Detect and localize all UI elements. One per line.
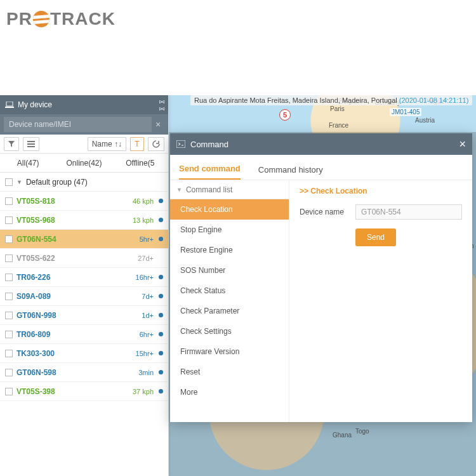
- device-row[interactable]: S09A-0897d+: [0, 287, 168, 306]
- status-dot-icon: [159, 237, 163, 241]
- device-row[interactable]: VT05S-96813 kph: [0, 211, 168, 230]
- device-row[interactable]: TR06-22616hr+: [0, 268, 168, 287]
- map-place-label: Austria: [415, 117, 435, 124]
- group-row[interactable]: ▼ Default group (47): [0, 173, 168, 192]
- laptop-icon: [5, 102, 14, 108]
- device-name: GT06N-598: [17, 368, 135, 377]
- device-row[interactable]: VT05S-39837 kph: [0, 382, 168, 401]
- device-status: 3min: [138, 369, 154, 376]
- device-status: 6hr+: [140, 331, 154, 338]
- command-item[interactable]: Check Location: [170, 199, 289, 220]
- modal-title: Command: [190, 140, 228, 149]
- device-name: VT05S-398: [17, 387, 129, 396]
- device-row[interactable]: TR06-8096hr+: [0, 325, 168, 344]
- status-dot-icon: [159, 313, 163, 317]
- command-list-header[interactable]: ▼ Command list: [170, 180, 289, 199]
- device-status: 15hr+: [136, 350, 154, 357]
- map-device-pin[interactable]: JM01-405: [390, 108, 421, 116]
- device-row[interactable]: VT05S-81846 kph: [0, 192, 168, 211]
- modal-tabs: Send command Command history: [170, 155, 472, 180]
- panel-title: My device: [18, 100, 52, 109]
- device-checkbox[interactable]: [5, 235, 13, 243]
- device-name: VT05S-622: [17, 254, 134, 263]
- status-dot-icon: [159, 218, 163, 222]
- device-row[interactable]: GT06N-5983min: [0, 363, 168, 382]
- command-item[interactable]: Firmware Version: [170, 341, 289, 362]
- device-status: 1d+: [142, 312, 154, 319]
- device-checkbox[interactable]: [5, 216, 13, 224]
- tab-offline[interactable]: Offline(5: [112, 154, 168, 172]
- command-item[interactable]: SOS Number: [170, 260, 289, 281]
- device-checkbox[interactable]: [5, 331, 13, 338]
- device-name: S09A-089: [17, 292, 138, 301]
- toolbar: Name ↑↓ T: [0, 135, 168, 154]
- tab-all[interactable]: All(47): [0, 154, 56, 172]
- tab-command-history[interactable]: Command history: [258, 165, 323, 180]
- device-checkbox[interactable]: [5, 350, 13, 357]
- panel-header: My device ▹◃▹◃: [0, 95, 168, 114]
- device-checkbox[interactable]: [5, 197, 13, 205]
- device-name-input[interactable]: [355, 204, 462, 220]
- command-item[interactable]: Check Parameter: [170, 301, 289, 321]
- svg-rect-1: [5, 107, 14, 108]
- command-icon: [176, 140, 185, 148]
- device-name: TR06-809: [17, 330, 136, 339]
- command-item[interactable]: Check Settings: [170, 321, 289, 341]
- list-view-button[interactable]: [23, 137, 39, 151]
- command-item[interactable]: Stop Engine: [170, 220, 289, 240]
- status-dot-icon: [159, 275, 163, 279]
- device-status: 7d+: [142, 293, 154, 300]
- status-dot-icon: [159, 370, 163, 374]
- device-row[interactable]: GT06N-5545hr+: [0, 230, 168, 249]
- send-button[interactable]: Send: [355, 228, 396, 246]
- close-icon[interactable]: ×: [459, 138, 466, 150]
- command-item[interactable]: Check Status: [170, 281, 289, 301]
- device-name-label: Device name: [300, 208, 349, 216]
- status-dot-icon: [159, 332, 163, 336]
- chevron-down-icon: ▼: [176, 187, 182, 193]
- device-checkbox[interactable]: [5, 312, 13, 319]
- device-checkbox[interactable]: [5, 369, 13, 376]
- svg-rect-0: [6, 102, 13, 106]
- tab-send-command[interactable]: Send command: [179, 164, 241, 180]
- cluster-marker[interactable]: 5: [279, 109, 291, 121]
- collapse-icon[interactable]: ▹◃▹◃: [159, 98, 163, 112]
- device-row[interactable]: VT05S-62227d+: [0, 249, 168, 268]
- status-dot-icon: [159, 199, 163, 203]
- tab-online[interactable]: Online(42): [56, 154, 112, 172]
- device-checkbox[interactable]: [5, 274, 13, 281]
- command-breadcrumb: >> Check Location: [300, 187, 462, 195]
- sort-name-button[interactable]: Name ↑↓: [88, 137, 126, 151]
- brand-logo: PRTRACK: [6, 9, 116, 29]
- device-status: 16hr+: [136, 274, 154, 281]
- command-item[interactable]: Reset: [170, 362, 289, 382]
- search-row: ×: [0, 114, 168, 135]
- device-checkbox[interactable]: [5, 388, 13, 395]
- modal-header: Command ×: [170, 133, 472, 155]
- search-input[interactable]: [4, 117, 152, 132]
- command-item[interactable]: Restore Engine: [170, 240, 289, 260]
- device-row[interactable]: TK303-30015hr+: [0, 344, 168, 363]
- device-name: GT06N-998: [17, 311, 138, 320]
- refresh-button[interactable]: [148, 137, 164, 151]
- command-form: >> Check Location Device name Send: [289, 180, 472, 422]
- group-checkbox[interactable]: [5, 178, 13, 186]
- status-dot-icon: [159, 389, 163, 393]
- device-row[interactable]: GT06N-9981d+: [0, 306, 168, 325]
- logo-orb-icon: [33, 11, 50, 27]
- device-checkbox[interactable]: [5, 293, 13, 300]
- svg-rect-2: [176, 140, 185, 148]
- status-dot-icon: [159, 294, 163, 298]
- device-status: 27d+: [138, 255, 154, 262]
- clear-search-icon[interactable]: ×: [152, 119, 164, 129]
- device-panel: My device ▹◃▹◃ × Name ↑↓ T: [0, 95, 169, 476]
- t-button[interactable]: T: [130, 137, 144, 151]
- address-bar: Rua do Aspirante Mota Freitas, Madeira I…: [190, 95, 472, 105]
- map-place-label: France: [329, 122, 348, 129]
- device-checkbox[interactable]: [5, 255, 13, 262]
- device-name: VT05S-818: [17, 197, 129, 206]
- command-item[interactable]: More: [170, 382, 289, 402]
- filter-button[interactable]: [4, 137, 19, 151]
- chevron-down-icon: ▼: [17, 179, 22, 185]
- device-name: VT05S-968: [17, 216, 129, 225]
